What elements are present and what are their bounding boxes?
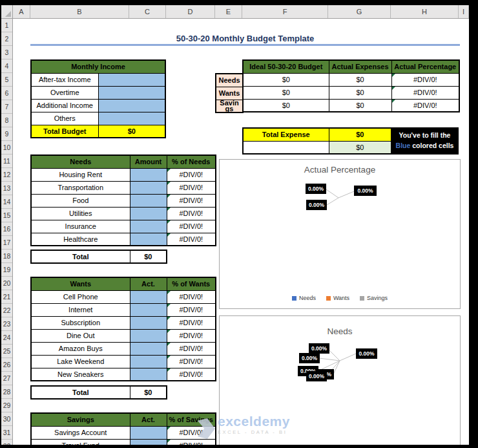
- row-header[interactable]: 31: [1, 426, 12, 440]
- ideal-row-label[interactable]: Needs: [216, 74, 243, 87]
- ideal-value-cell[interactable]: $0: [243, 99, 329, 112]
- income-label-cell[interactable]: Overtime: [31, 86, 98, 99]
- row-header[interactable]: 13: [1, 182, 12, 195]
- income-total-label[interactable]: Total Budget: [31, 125, 98, 138]
- wants-percent-cell[interactable]: #DIV/0!: [167, 303, 216, 316]
- total-expense-secondary-value[interactable]: $0: [329, 141, 391, 154]
- row-header[interactable]: 7: [1, 100, 12, 114]
- income-label-cell[interactable]: Additional Income: [31, 99, 98, 112]
- row-header[interactable]: 16: [1, 222, 12, 236]
- row-header[interactable]: 19: [1, 263, 12, 277]
- wants-total-value[interactable]: $0: [130, 386, 167, 399]
- income-input-cell[interactable]: [98, 73, 165, 86]
- needs-item-label[interactable]: Housing Rent: [31, 168, 130, 181]
- needs-header-cell[interactable]: Needs: [31, 155, 130, 168]
- column-header-a[interactable]: A: [13, 5, 30, 18]
- actual-percentage-cell[interactable]: #DIV/0!: [391, 86, 459, 99]
- wants-item-label[interactable]: New Sneakers: [31, 368, 130, 381]
- wants-percent-cell[interactable]: #DIV/0!: [167, 290, 216, 303]
- ideal-row-label[interactable]: Wants: [216, 87, 243, 100]
- row-header[interactable]: 15: [1, 209, 12, 222]
- column-header-d[interactable]: D: [166, 5, 215, 18]
- wants-header-cell[interactable]: % of Wants: [167, 277, 216, 290]
- actual-expense-cell[interactable]: $0: [329, 73, 391, 86]
- total-expense-value[interactable]: $0: [329, 128, 391, 141]
- row-header[interactable]: 21: [1, 290, 12, 304]
- needs-percent-cell[interactable]: #DIV/0!: [167, 194, 216, 207]
- wants-amount-cell[interactable]: [130, 368, 167, 381]
- wants-total-label[interactable]: Total: [31, 386, 130, 399]
- savings-item-label[interactable]: Travel Fund: [31, 439, 130, 445]
- savings-header-cell[interactable]: Act.: [130, 413, 167, 426]
- row-header[interactable]: 12: [1, 168, 12, 182]
- row-header[interactable]: 4: [1, 59, 12, 73]
- ideal-value-cell[interactable]: $0: [243, 86, 329, 99]
- row-header[interactable]: 23: [1, 317, 12, 331]
- empty-cell[interactable]: [243, 141, 329, 154]
- row-header[interactable]: 25: [1, 345, 12, 358]
- needs-amount-cell[interactable]: [130, 181, 167, 194]
- needs-header-cell[interactable]: Amount: [130, 155, 167, 168]
- income-input-cell[interactable]: [98, 99, 165, 112]
- wants-item-label[interactable]: Dine Out: [31, 329, 130, 342]
- savings-item-label[interactable]: Savings Account: [31, 426, 130, 439]
- wants-percent-cell[interactable]: #DIV/0!: [167, 368, 216, 381]
- row-header[interactable]: 17: [1, 236, 12, 250]
- wants-amount-cell[interactable]: [130, 303, 167, 316]
- ideal-header-cell[interactable]: Ideal 50-30-20 Budget: [243, 60, 329, 73]
- wants-amount-cell[interactable]: [130, 329, 167, 342]
- column-header-b[interactable]: B: [30, 5, 129, 18]
- income-total-value[interactable]: $0: [98, 125, 165, 138]
- ideal-header-cell[interactable]: Actual Expenses: [329, 60, 391, 73]
- needs-amount-cell[interactable]: [130, 168, 167, 181]
- savings-amount-cell[interactable]: [130, 426, 167, 439]
- row-header[interactable]: 1: [1, 19, 12, 32]
- column-header-c[interactable]: C: [129, 5, 166, 18]
- savings-header-cell[interactable]: Savings: [31, 413, 130, 426]
- row-header[interactable]: 30: [1, 412, 12, 426]
- row-header[interactable]: 20: [1, 277, 12, 290]
- column-header-i[interactable]: I: [459, 5, 469, 18]
- row-header[interactable]: 28: [1, 385, 12, 399]
- select-all-corner[interactable]: [1, 5, 13, 18]
- ideal-value-cell[interactable]: $0: [243, 73, 329, 86]
- needs-percent-cell[interactable]: #DIV/0!: [167, 207, 216, 220]
- row-header[interactable]: 22: [1, 304, 12, 317]
- wants-item-label[interactable]: Lake Weekend: [31, 355, 130, 368]
- row-header[interactable]: 9: [1, 127, 12, 141]
- income-label-cell[interactable]: After-tax Income: [31, 73, 98, 86]
- needs-percent-cell[interactable]: #DIV/0!: [167, 168, 216, 181]
- income-input-cell[interactable]: [98, 112, 165, 125]
- savings-amount-cell[interactable]: [130, 439, 167, 445]
- needs-amount-cell[interactable]: [130, 233, 167, 246]
- wants-header-cell[interactable]: Act.: [130, 277, 167, 290]
- needs-total-value[interactable]: $0: [130, 250, 167, 263]
- column-header-h[interactable]: H: [391, 5, 459, 18]
- actual-percentage-cell[interactable]: #DIV/0!: [391, 73, 459, 86]
- needs-amount-cell[interactable]: [130, 220, 167, 233]
- wants-percent-cell[interactable]: #DIV/0!: [167, 342, 216, 355]
- wants-item-label[interactable]: Amazon Buys: [31, 342, 130, 355]
- needs-header-cell[interactable]: % of Needs: [167, 155, 216, 168]
- needs-item-label[interactable]: Food: [31, 194, 130, 207]
- needs-item-label[interactable]: Utilities: [31, 207, 130, 220]
- wants-item-label[interactable]: Cell Phone: [31, 290, 130, 303]
- wants-percent-cell[interactable]: #DIV/0!: [167, 355, 216, 368]
- row-header[interactable]: 2: [1, 32, 12, 46]
- column-header-e[interactable]: E: [215, 5, 242, 18]
- row-header[interactable]: 29: [1, 399, 12, 412]
- row-header[interactable]: 11: [1, 155, 12, 168]
- needs-total-label[interactable]: Total: [31, 250, 130, 263]
- wants-percent-cell[interactable]: #DIV/0!: [167, 316, 216, 329]
- needs-percent-cell[interactable]: #DIV/0!: [167, 233, 216, 246]
- wants-percent-cell[interactable]: #DIV/0!: [167, 329, 216, 342]
- income-input-cell[interactable]: [98, 86, 165, 99]
- column-header-g[interactable]: G: [328, 5, 391, 18]
- row-header[interactable]: 32: [1, 440, 12, 445]
- needs-amount-cell[interactable]: [130, 207, 167, 220]
- income-header-cell[interactable]: Monthly Income: [31, 60, 165, 73]
- needs-percent-cell[interactable]: #DIV/0!: [167, 220, 216, 233]
- ideal-header-cell[interactable]: Actual Percentage: [391, 60, 459, 73]
- row-header[interactable]: 14: [1, 195, 12, 209]
- needs-item-label[interactable]: Transportation: [31, 181, 130, 194]
